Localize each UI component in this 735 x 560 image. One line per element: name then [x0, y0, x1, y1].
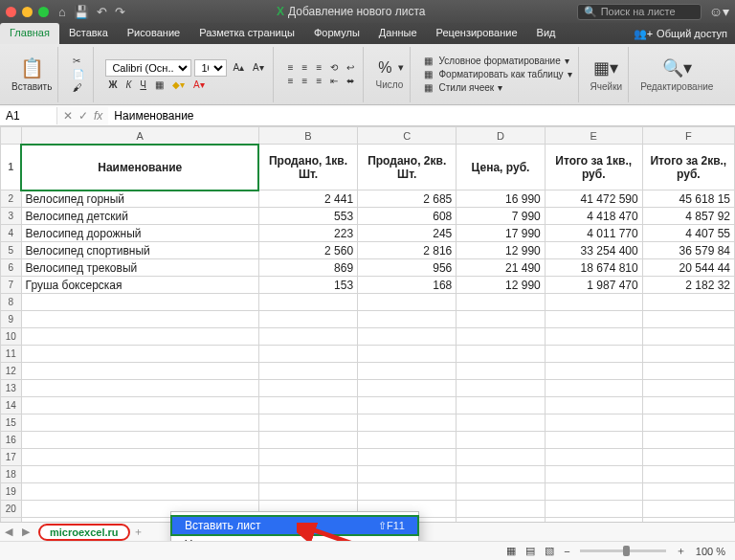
indent-dec-icon[interactable]: ⇤ [327, 76, 341, 86]
maximize-window-icon[interactable] [38, 7, 49, 17]
row-header[interactable]: 17 [1, 449, 22, 466]
zoom-out-icon[interactable]: − [564, 546, 569, 557]
cell[interactable]: 553 [258, 208, 357, 225]
cell[interactable] [545, 311, 642, 328]
cell[interactable] [457, 432, 545, 449]
cell[interactable] [545, 432, 642, 449]
cell[interactable]: 168 [358, 277, 457, 294]
col-header-B[interactable]: B [258, 127, 357, 145]
cell[interactable] [642, 432, 734, 449]
cell[interactable]: Велосипед спортивный [21, 242, 258, 259]
merge-icon[interactable]: ⬌ [344, 76, 357, 86]
increase-font-icon[interactable]: A▴ [230, 62, 247, 73]
row-header[interactable]: 7 [1, 277, 22, 294]
align-right-icon[interactable]: ≡ [313, 76, 324, 86]
font-size-select[interactable]: 16 [194, 59, 227, 77]
row-header[interactable]: 20 [1, 501, 22, 518]
cell[interactable] [21, 483, 258, 501]
row-header[interactable]: 12 [1, 363, 22, 380]
align-top-icon[interactable]: ≡ [285, 62, 297, 73]
cell[interactable]: 17 990 [457, 225, 545, 242]
cell[interactable] [545, 483, 642, 501]
cell[interactable]: Велосипед трековый [21, 259, 258, 277]
share-button[interactable]: 👥+ Общий доступ [626, 23, 735, 44]
row-header[interactable]: 13 [1, 380, 22, 397]
cell[interactable] [457, 294, 545, 311]
tab-view[interactable]: Вид [527, 23, 566, 44]
zoom-slider[interactable] [580, 549, 666, 552]
border-button[interactable]: ▦ [152, 79, 167, 90]
cell[interactable] [545, 346, 642, 363]
accept-fx-icon[interactable]: ✓ [78, 109, 88, 123]
align-bot-icon[interactable]: ≡ [313, 62, 324, 73]
row-header-1[interactable]: 1 [1, 145, 22, 190]
tab-home[interactable]: Главная [0, 23, 59, 44]
cell[interactable]: 223 [258, 225, 357, 242]
cell[interactable] [21, 432, 258, 449]
cell-styles-button[interactable]: ▦Стили ячеек▾ [422, 82, 572, 93]
cell[interactable] [258, 466, 357, 483]
cell[interactable] [642, 397, 734, 414]
cell[interactable] [21, 328, 258, 346]
cell[interactable] [457, 380, 545, 397]
cell[interactable]: 18 674 810 [545, 259, 642, 277]
cell[interactable]: 36 579 84 [642, 242, 734, 259]
cell[interactable] [457, 483, 545, 501]
cell-A1[interactable]: Наименование [21, 145, 258, 190]
cell-E1[interactable]: Итого за 1кв., руб. [545, 145, 642, 190]
cell[interactable] [21, 449, 258, 466]
align-center-icon[interactable]: ≡ [300, 76, 311, 86]
col-header-A[interactable]: A [21, 127, 258, 145]
conditional-format-button[interactable]: ▦Условное форматирование▾ [422, 56, 572, 66]
paste-button[interactable]: 📋 Вставить [11, 56, 52, 92]
cell[interactable] [258, 328, 357, 346]
cell[interactable] [258, 311, 357, 328]
col-header-F[interactable]: F [642, 127, 734, 145]
tab-layout[interactable]: Разметка страницы [189, 23, 304, 44]
cell[interactable] [642, 483, 734, 501]
tab-insert[interactable]: Вставка [59, 23, 118, 44]
format-painter-icon[interactable]: 🖌 [70, 82, 87, 93]
row-header[interactable]: 16 [1, 432, 22, 449]
bold-button[interactable]: Ж [105, 79, 120, 90]
spreadsheet-grid[interactable]: A B C D E F 1 Наименование Продано, 1кв.… [0, 126, 735, 541]
col-header-E[interactable]: E [545, 127, 642, 145]
fill-color-button[interactable]: ◆▾ [169, 79, 188, 90]
row-header[interactable]: 11 [1, 346, 22, 363]
column-headers[interactable]: A B C D E F [1, 127, 735, 145]
user-menu-icon[interactable]: ☺▾ [709, 4, 729, 19]
cell[interactable] [457, 346, 545, 363]
decrease-font-icon[interactable]: A▾ [250, 62, 267, 73]
cell[interactable] [457, 397, 545, 414]
cell[interactable]: 2 816 [358, 242, 457, 259]
cell[interactable] [457, 414, 545, 432]
cell[interactable] [545, 501, 642, 518]
cut-icon[interactable]: ✂ [70, 56, 87, 66]
cell[interactable] [358, 311, 457, 328]
cell[interactable] [642, 380, 734, 397]
cells-icon[interactable]: ▦▾ [590, 57, 623, 78]
tab-draw[interactable]: Рисование [118, 23, 189, 44]
cell[interactable]: 4 418 470 [545, 208, 642, 225]
cell[interactable]: 2 441 [258, 190, 357, 208]
cell[interactable] [21, 294, 258, 311]
zoom-in-icon[interactable]: ＋ [676, 544, 686, 558]
cell[interactable]: Велосипед детский [21, 208, 258, 225]
cell[interactable] [457, 449, 545, 466]
cell[interactable] [457, 466, 545, 483]
font-color-button[interactable]: A▾ [190, 79, 208, 90]
cell[interactable] [21, 346, 258, 363]
cell[interactable] [21, 311, 258, 328]
view-normal-icon[interactable]: ▦ [506, 545, 516, 557]
align-left-icon[interactable]: ≡ [285, 76, 297, 86]
view-layout-icon[interactable]: ▤ [525, 545, 535, 557]
cell[interactable]: 2 685 [358, 190, 457, 208]
tab-review[interactable]: Рецензирование [427, 23, 527, 44]
cell[interactable] [545, 380, 642, 397]
view-break-icon[interactable]: ▧ [545, 545, 554, 557]
save-icon[interactable]: 💾 [74, 5, 89, 19]
orientation-icon[interactable]: ⟲ [327, 62, 341, 73]
row-header[interactable]: 15 [1, 414, 22, 432]
formula-input[interactable] [108, 107, 735, 124]
cell[interactable] [642, 466, 734, 483]
